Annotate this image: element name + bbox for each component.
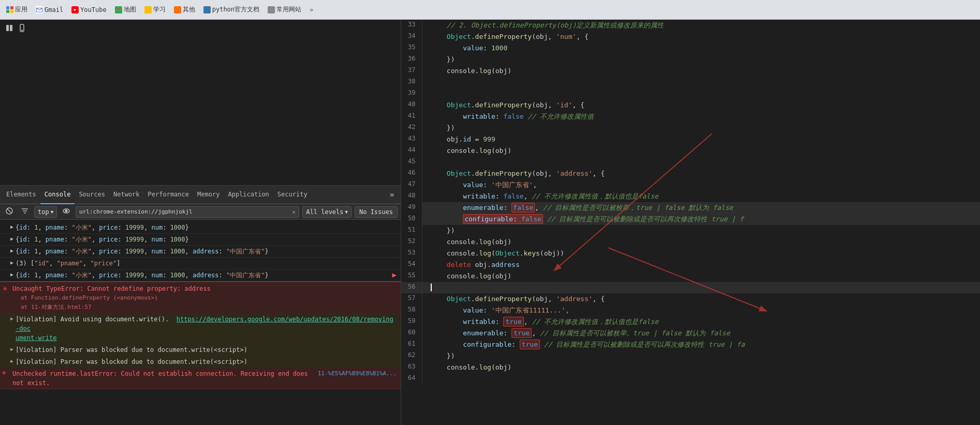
console-output[interactable]: ▶ {id: 1, pname: "小米", price: 19999, num… [0, 220, 401, 425]
error-link[interactable]: 11-对象方法.html:57 [31, 304, 92, 310]
line-number: 59 [401, 316, 422, 328]
bookmarks-bar: 应用 Gmail ▶ YouTube 📍 地图 学习 其他 p [4, 4, 315, 15]
code-line: 45 [401, 157, 980, 168]
log-levels-selector[interactable]: All levels ▼ [302, 206, 352, 218]
line-number: 35 [401, 42, 422, 54]
no-issues-badge[interactable]: No Issues [355, 206, 398, 218]
line-number: 41 [401, 111, 422, 122]
line-content [422, 157, 980, 168]
tab-elements[interactable]: Elements [2, 186, 40, 204]
line-number: 38 [401, 77, 422, 88]
code-line: 64 [401, 373, 980, 385]
line-content: enumerable: true, // 目标属性是否可以被枚举。true | … [422, 328, 980, 339]
clear-console-button[interactable] [3, 206, 16, 218]
tab-console-label: Console [45, 191, 71, 198]
tab-application[interactable]: Application [224, 186, 273, 204]
log-text: [Violation] Avoid using document.write()… [16, 315, 397, 343]
line-number: 60 [401, 328, 422, 339]
line-number: 64 [401, 373, 422, 385]
expand-arrow[interactable]: ▶ [10, 358, 13, 364]
bookmark-study[interactable]: 学习 [142, 4, 168, 15]
tab-security[interactable]: Security [273, 186, 312, 204]
expand-arrow[interactable]: ▶ [10, 248, 13, 253]
line-content [422, 373, 980, 385]
svg-point-5 [22, 30, 22, 31]
context-selector[interactable]: top ▼ [34, 206, 57, 218]
tab-sources-label: Sources [79, 191, 105, 198]
tab-performance-label: Performance [148, 191, 189, 198]
expand-arrow[interactable]: ▶ [10, 316, 13, 321]
red-true-enumerable: true [511, 328, 532, 338]
code-line: 48 writable: false, // 不允许修改属性值，默认值也是fal… [401, 191, 980, 202]
line-number: 48 [401, 191, 422, 202]
expand-arrow[interactable]: ▶ [10, 346, 13, 352]
svg-line-7 [7, 209, 11, 213]
code-line: 33 // 2. Object.defineProperty(obj)定义新属性… [401, 20, 980, 31]
line-number: 42 [401, 122, 422, 134]
bookmark-study-label: 学习 [153, 5, 166, 14]
violation-link[interactable]: https://developers.google.com/web/update… [16, 316, 393, 332]
line-number: 52 [401, 236, 422, 248]
tab-performance[interactable]: Performance [144, 186, 193, 204]
line-number: 49 [401, 202, 422, 214]
code-line: 43 obj.id = 999 [401, 134, 980, 145]
error-icon: ⊗ [2, 369, 6, 376]
log-entry: ▶ {id: 1, pname: "小米", price: 19999, num… [0, 246, 401, 258]
line-content: console.log(obj) [422, 362, 980, 373]
line-content: value: '中国广东省11111...', [422, 305, 980, 316]
code-line: 42 }) [401, 122, 980, 134]
bookmark-maps[interactable]: 📍 地图 [113, 4, 138, 15]
line-content: writable: true, // 不允许修改属性值，默认值也是false [422, 316, 980, 328]
bookmark-other[interactable]: 其他 [172, 4, 197, 15]
line-content: console.log(obj) [422, 65, 980, 77]
svg-rect-2 [6, 25, 9, 31]
line-number: 58 [401, 305, 422, 316]
dock-icon[interactable] [4, 23, 14, 33]
bookmark-gmail-label: Gmail [45, 6, 63, 13]
code-line: 55 console.log(obj) [401, 271, 980, 282]
tabs-more-button[interactable]: » [385, 190, 399, 200]
mobile-icon[interactable] [17, 23, 27, 33]
run-arrow[interactable]: ▶ [392, 271, 397, 279]
line-content: writable: false, // 不允许修改属性值，默认值也是false [422, 191, 980, 202]
line-content: value: 1000 [422, 42, 980, 54]
log-entry: ▶ {id: 1, pname: "小米", price: 19999, num… [0, 222, 401, 234]
line-content: }) [422, 350, 980, 362]
tab-console[interactable]: Console [40, 186, 75, 204]
line-number: 33 [401, 20, 422, 31]
code-line: 36 }) [401, 54, 980, 65]
error-file-link[interactable]: 11-%E5%AF%B9%E8%B1%A... [318, 370, 397, 377]
tab-memory[interactable]: Memory [193, 186, 224, 204]
bookmark-python[interactable]: python官方文档 [201, 4, 261, 15]
error-block: ⊗ Uncaught TypeError: Cannot redefine pr… [0, 281, 401, 314]
code-line: 60 enumerable: true, // 目标属性是否可以被枚举。true… [401, 328, 980, 339]
line-content: Object.defineProperty(obj, 'num', { [422, 31, 980, 42]
url-filter-bar[interactable]: url:chrome-extension://jgphnjokjl ✕ [76, 206, 299, 218]
log-text: [Violation] Parser was blocked due to do… [16, 345, 397, 355]
bookmark-more[interactable]: » [308, 5, 315, 15]
bookmark-other-label: 其他 [183, 5, 195, 14]
code-editor[interactable]: 33 // 2. Object.defineProperty(obj)定义新属性… [401, 20, 980, 425]
violation-link-cont[interactable]: ument-write [16, 334, 56, 342]
expand-arrow[interactable]: ▶ [10, 224, 13, 230]
bookmark-common-sites[interactable]: 常用网站 [266, 4, 303, 15]
bookmark-apps[interactable]: 应用 [4, 4, 30, 15]
bookmark-python-label: python官方文档 [212, 5, 259, 14]
tab-network[interactable]: Network [109, 186, 144, 204]
line-content: configurable: false // 目标属性是否可以被删除或是否可以再… [422, 214, 980, 225]
tab-sources[interactable]: Sources [75, 186, 109, 204]
url-close-button[interactable]: ✕ [292, 208, 296, 216]
line-content: writable: false // 不允许修改属性值 [422, 111, 980, 122]
bookmark-gmail[interactable]: Gmail [34, 5, 65, 15]
filter-icon[interactable] [19, 206, 31, 218]
log-text: [Violation] Parser was blocked due to do… [16, 357, 397, 366]
error-icon: ⊗ [3, 285, 7, 292]
log-text: Unchecked runtime.lastError: Could not e… [12, 369, 314, 388]
expand-arrow[interactable]: ▶ [10, 236, 13, 242]
bookmark-youtube[interactable]: ▶ YouTube [69, 5, 109, 15]
eye-icon[interactable] [60, 206, 72, 218]
tab-security-label: Security [277, 191, 308, 198]
expand-arrow[interactable]: ▶ [10, 260, 13, 265]
expand-arrow[interactable]: ▶ [10, 272, 13, 277]
line-content: enumerable: false, // 目标属性是否可以被枚举，true |… [422, 202, 980, 214]
